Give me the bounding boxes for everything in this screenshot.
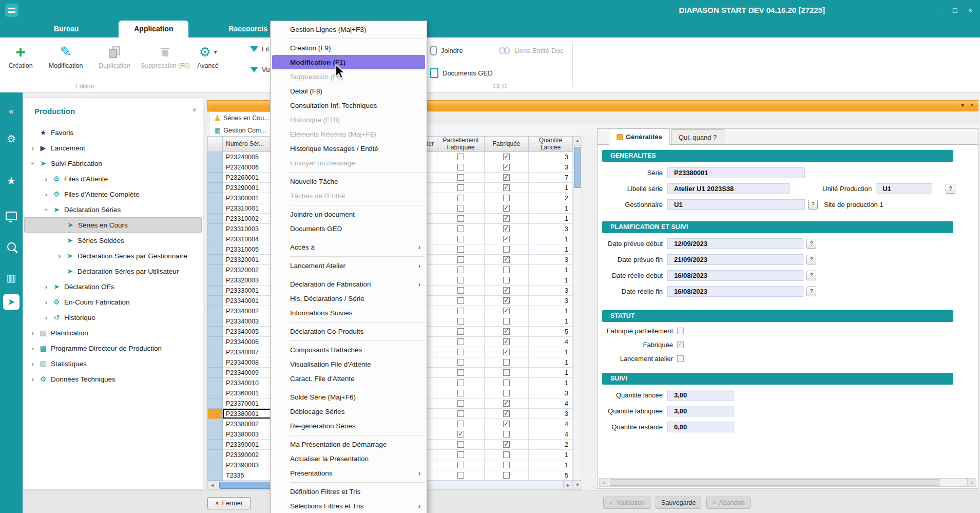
chevron-right-icon[interactable]: › [28, 345, 37, 352]
row-selector[interactable] [207, 244, 223, 255]
row-selector[interactable] [207, 460, 223, 470]
fabriquee-checkbox[interactable] [503, 308, 510, 314]
menu-item-informations-suivies[interactable]: Informations Suivies [271, 306, 427, 320]
chevron-right-icon[interactable]: › [42, 191, 51, 198]
sidebar-item-lancement[interactable]: ›▶Lancement [24, 140, 202, 156]
row-selector[interactable] [207, 306, 223, 316]
column-header-qty[interactable]: Quantité Lancée [529, 136, 573, 152]
cell-quantite-lancee[interactable]: 1 [529, 347, 573, 357]
cell-quantite-lancee[interactable]: 7 [529, 173, 573, 183]
fabriquee-checkbox[interactable] [503, 215, 510, 222]
cell-quantite-lancee[interactable]: 1 [529, 368, 573, 378]
monitor-icon[interactable] [0, 205, 23, 226]
fabriquee-checkbox[interactable] [503, 369, 510, 376]
partiellement-checkbox[interactable] [457, 451, 464, 458]
menu-item-d-finition-filtres-et-tris[interactable]: Définition Filtres et Tris [271, 484, 427, 499]
production-icon[interactable]: ➤ [0, 292, 23, 312]
row-selector[interactable] [207, 152, 223, 162]
sidebar-item-d-claration-s-ries[interactable]: ›➤Déclaration Séries [24, 202, 202, 217]
partiellement-checkbox[interactable] [457, 246, 464, 253]
quantity-field[interactable]: 3,00 [667, 406, 734, 416]
menu-item-d-blocage-s-ries[interactable]: Déblocage Séries [271, 404, 427, 419]
unite-production-field[interactable]: U1 [876, 183, 932, 194]
minimize-icon[interactable]: – [934, 6, 945, 14]
date-field[interactable]: 16/08/2023 [667, 270, 803, 281]
chevron-down-icon[interactable]: ▾ [961, 102, 964, 109]
date-field[interactable]: 16/08/2023 [667, 286, 803, 297]
table-vertical-scrollbar[interactable]: ▲ ▼ [573, 136, 582, 490]
ged-item-documents-ged[interactable]: Documents GED [430, 67, 493, 79]
menu-item-historique-f10[interactable]: Historique (F10) [271, 112, 427, 127]
gestionnaire-field[interactable]: U1 [667, 199, 805, 210]
partiellement-checkbox[interactable] [457, 256, 464, 263]
tab-bureau[interactable]: Bureau [39, 21, 94, 37]
fabriquee-checkbox[interactable] [503, 277, 510, 283]
row-selector[interactable] [207, 183, 223, 193]
menu-item-composants-rattach-s[interactable]: Composants Rattachés [271, 343, 427, 357]
partiellement-checkbox[interactable] [457, 184, 464, 191]
fabriquee-checkbox[interactable] [503, 205, 510, 212]
menu-item-d-claration-de-fabrication[interactable]: Déclaration de Fabrication› [271, 277, 427, 291]
partiellement-checkbox[interactable] [457, 215, 464, 222]
partiellement-checkbox[interactable] [457, 205, 464, 212]
partiellement-checkbox[interactable] [457, 164, 464, 170]
sidebar-item-programme-directeur-de-production[interactable]: ›▤Programme Directeur de Production [24, 340, 202, 356]
cell-quantite-lancee[interactable]: 4 [529, 419, 573, 429]
fabriquee-checkbox[interactable] [503, 359, 510, 366]
chevron-down-icon[interactable]: › [29, 159, 37, 168]
ged-item-liens-entit-doc[interactable]: Liens Entité-Doc [499, 45, 563, 56]
scroll-up-icon[interactable]: ▲ [573, 137, 582, 146]
sidebar-close-icon[interactable]: × [192, 105, 197, 114]
filter-button-vu[interactable]: Vu [250, 64, 270, 74]
fabriquee-checkbox[interactable] [503, 462, 510, 468]
partiellement-checkbox[interactable] [457, 328, 464, 335]
modules-icon[interactable]: ⚙ [0, 128, 23, 149]
partiellement-checkbox[interactable] [457, 462, 464, 468]
menu-item-d-claration-co-produits[interactable]: Déclaration Co-Produits [271, 324, 427, 338]
chevron-down-icon[interactable]: › [43, 205, 50, 214]
abandon-button[interactable]: ×Abandon [706, 497, 750, 509]
partiellement-checkbox[interactable] [457, 267, 464, 273]
tab-g-n-ralit-s[interactable]: Généralités [609, 128, 670, 145]
status-checkbox[interactable] [677, 341, 684, 348]
sidebar-item-d-claration-s-ries-par-gestionnaire[interactable]: ›➤Déclaration Séries par Gestionnaire [24, 248, 202, 263]
date-field[interactable]: 12/09/2023 [667, 238, 803, 249]
help-button[interactable]: ? [806, 255, 816, 264]
fabriquee-checkbox[interactable] [503, 431, 510, 438]
cell-quantite-lancee[interactable]: 1 [529, 316, 573, 327]
menu-item-caract-file-d-attente[interactable]: Caract. File d'Attente [271, 371, 427, 386]
search-icon[interactable] [0, 236, 23, 257]
scroll-right-icon[interactable]: › [967, 479, 976, 486]
partiellement-checkbox[interactable] [457, 349, 464, 355]
partiellement-checkbox[interactable] [457, 277, 464, 283]
filter-button-fil[interactable]: Fil [250, 44, 269, 54]
menu-item-el-ments-r-cents-maj-f8[interactable]: Eléments Récents (Maj+F8) [271, 127, 427, 141]
collapse-sidebar-icon[interactable]: « [0, 106, 23, 117]
row-selector[interactable] [207, 368, 223, 378]
menu-item-modification-f1[interactable]: Modification (F1) [272, 55, 425, 69]
row-selector[interactable] [207, 265, 223, 275]
favorites-icon[interactable]: ★ [0, 170, 23, 191]
ribbon-button-suppression-f6[interactable]: Suppression (F6) [140, 42, 191, 70]
columns-icon[interactable]: ▥ [0, 268, 23, 288]
cell-quantite-lancee[interactable]: 3 [529, 162, 573, 173]
row-selector[interactable] [207, 255, 223, 265]
partiellement-checkbox[interactable] [457, 431, 464, 438]
fabriquee-checkbox[interactable] [503, 256, 510, 263]
cell-quantite-lancee[interactable]: 3 [529, 255, 573, 265]
details-horizontal-scrollbar[interactable]: ‹ › [599, 478, 976, 487]
partiellement-checkbox[interactable] [457, 236, 464, 242]
menu-item-visualisation-file-d-attente[interactable]: Visualisation File d'Attente [271, 357, 427, 371]
fabriquee-checkbox[interactable] [503, 297, 510, 304]
row-selector[interactable] [207, 357, 223, 368]
menu-item-his-d-clarations-s-rie[interactable]: His. Déclarations / Série [271, 291, 427, 306]
partiellement-checkbox[interactable] [457, 379, 464, 386]
partiellement-checkbox[interactable] [457, 154, 464, 160]
splitter-handle[interactable] [203, 98, 207, 490]
row-selector[interactable] [207, 193, 223, 203]
fabriquee-checkbox[interactable] [503, 400, 510, 407]
row-selector[interactable] [207, 327, 223, 337]
help-button[interactable]: ? [806, 287, 816, 296]
cell-quantite-lancee[interactable]: 1 [529, 357, 573, 368]
cell-quantite-lancee[interactable]: 1 [529, 460, 573, 470]
